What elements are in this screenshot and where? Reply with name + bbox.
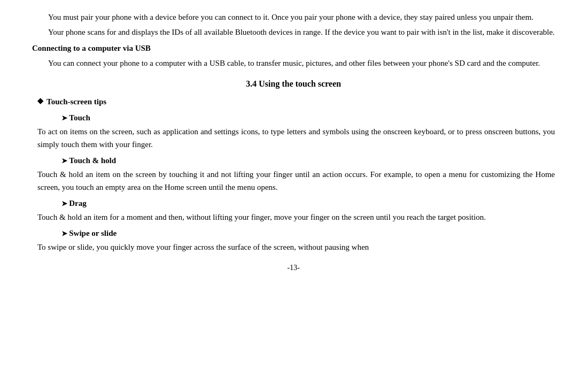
swipe-heading: Swipe or slide	[61, 227, 555, 240]
drag-heading: Drag	[61, 197, 555, 210]
touch-hold-body: Touch & hold an item on the screen by to…	[37, 168, 555, 194]
page-number: -13-	[32, 262, 555, 274]
bullet-title: ◆ Touch-screen tips	[37, 95, 555, 108]
para1: You must pair your phone with a device b…	[32, 11, 555, 24]
touch-heading: Touch	[61, 111, 555, 124]
swipe-body: To swipe or slide, you quickly move your…	[37, 241, 555, 253]
section-title: Connecting to a computer via USB	[32, 42, 555, 55]
chapter-heading: 3.4 Using the touch screen	[32, 77, 555, 91]
touch-hold-heading: Touch & hold	[61, 154, 555, 167]
drag-body: Touch & hold an item for a moment and th…	[37, 211, 555, 224]
touch-body: To act on items on the screen, such as a…	[37, 125, 555, 151]
para2: Your phone scans for and displays the ID…	[32, 26, 555, 39]
bullet-section: ◆ Touch-screen tips Touch To act on item…	[37, 95, 555, 253]
para3: You can connect your phone to a computer…	[32, 57, 555, 70]
diamond-icon: ◆	[37, 95, 43, 107]
page-content: You must pair your phone with a device b…	[32, 11, 555, 274]
